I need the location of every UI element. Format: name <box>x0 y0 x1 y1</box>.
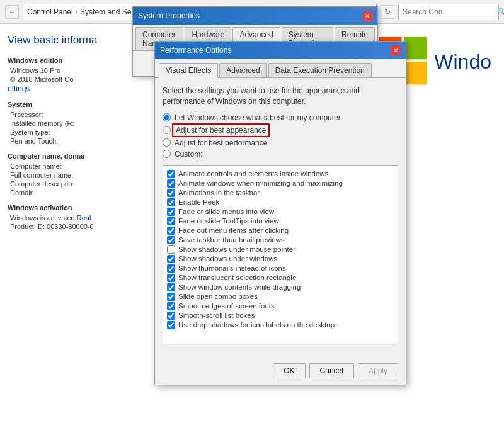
search-input[interactable] <box>403 8 497 16</box>
sidebar: View basic informa Windows edition Windo… <box>0 24 126 423</box>
radio-let-windows[interactable]: Let Windows choose what's best for my co… <box>163 113 398 122</box>
system-section-label: System <box>8 101 118 108</box>
checkbox-input-1[interactable] <box>167 179 175 188</box>
checkbox-label-5: Fade or slide ToolTips into view <box>178 217 279 225</box>
checkbox-item: Fade or slide menus into view <box>167 207 394 217</box>
checkbox-label-0: Animate controls and elements inside win… <box>178 170 328 178</box>
dialog-buttons: OK Cancel Apply <box>155 359 406 385</box>
computer-desc-row: Computer descriptio: <box>8 180 118 188</box>
copyright: © 2018 Microsoft Co <box>8 76 118 83</box>
radio-let-windows-input[interactable] <box>163 113 171 121</box>
checkbox-item: Fade out menu items after clicking <box>167 226 394 235</box>
checkbox-input-9[interactable] <box>167 255 175 263</box>
settings-link[interactable]: ettings <box>8 84 118 93</box>
checkbox-label-7: Save taskbar thumbnail previews <box>178 236 285 244</box>
visual-effects-checkbox-list[interactable]: Animate controls and elements inside win… <box>163 165 398 344</box>
radio-best-performance[interactable]: Adjust for best performance <box>163 138 398 147</box>
perf-title-bar: Performance Options ✕ <box>155 42 406 59</box>
perf-tab-advanced[interactable]: Advanced <box>219 63 266 77</box>
checkbox-label-12: Show window contents while dragging <box>178 283 301 291</box>
checkbox-label-3: Enable Peek <box>178 198 219 206</box>
checkbox-input-16[interactable] <box>167 321 175 329</box>
checkbox-input-15[interactable] <box>167 312 175 320</box>
ok-button[interactable]: OK <box>273 363 305 378</box>
breadcrumb-sep1: › <box>76 8 77 15</box>
perf-title: Performance Options <box>160 46 231 55</box>
checkbox-label-14: Smooth edges of screen fonts <box>178 302 275 310</box>
checkbox-label-1: Animate windows when minimizing and maxi… <box>178 179 343 187</box>
memory-row: Installed memory (R: <box>8 120 118 127</box>
checkbox-input-4[interactable] <box>167 208 175 216</box>
checkbox-label-8: Show shadows under mouse pointer <box>178 245 295 253</box>
checkbox-item: Animate controls and elements inside win… <box>167 169 394 179</box>
os-name: Windows 10 Pro <box>8 67 118 74</box>
checkbox-input-8[interactable] <box>167 245 175 254</box>
windows-brand-text: Windo <box>434 50 491 74</box>
radio-let-windows-label: Let Windows choose what's best for my co… <box>175 113 341 122</box>
radio-best-appearance-label: Adjust for best appearance <box>172 123 270 137</box>
checkbox-input-7[interactable] <box>167 236 175 244</box>
radio-custom[interactable]: Custom: <box>163 150 398 159</box>
nav-buttons: ← <box>5 5 19 19</box>
checkbox-input-10[interactable] <box>167 264 175 273</box>
radio-best-appearance[interactable]: Adjust for best appearance <box>163 125 398 136</box>
checkbox-item: Show thumbnails instead of icons <box>167 264 394 273</box>
svg-rect-3 <box>404 62 427 84</box>
checkbox-item: Slide open combo boxes <box>167 292 394 302</box>
checkbox-label-10: Show thumbnails instead of icons <box>178 264 286 272</box>
computer-name-row: Computer name: <box>8 162 118 170</box>
perf-tabs: Visual Effects Advanced Data Execution P… <box>155 59 406 78</box>
radio-best-performance-label: Adjust for best performance <box>175 138 267 147</box>
checkbox-item: Smooth-scroll list boxes <box>167 311 394 320</box>
checkbox-item: Enable Peek <box>167 198 394 207</box>
checkbox-item: Fade or slide ToolTips into view <box>167 217 394 226</box>
checkbox-input-0[interactable] <box>167 170 175 178</box>
checkbox-label-13: Slide open combo boxes <box>178 293 258 300</box>
search-box: 🔍 <box>398 4 499 20</box>
cancel-button[interactable]: Cancel <box>309 363 354 378</box>
radio-best-performance-input[interactable] <box>163 138 171 147</box>
perf-close-button[interactable]: ✕ <box>391 45 401 55</box>
checkbox-input-6[interactable] <box>167 227 175 235</box>
checkbox-item: Save taskbar thumbnail previews <box>167 235 394 245</box>
checkbox-item: Animations in the taskbar <box>167 188 394 198</box>
windows-edition-label: Windows edition <box>8 57 118 64</box>
computer-name-label: Computer name, domai <box>8 152 118 160</box>
checkbox-label-11: Show translucent selection rectangle <box>178 274 296 281</box>
perf-tab-dep[interactable]: Data Execution Prevention <box>268 63 372 77</box>
pen-touch-row: Pen and Touch: <box>8 137 118 145</box>
checkbox-input-2[interactable] <box>167 189 175 197</box>
checkbox-input-12[interactable] <box>167 283 175 291</box>
sysprops-title: System Properties <box>138 11 200 20</box>
radio-custom-input[interactable] <box>163 150 171 158</box>
radio-best-appearance-input[interactable] <box>163 126 171 134</box>
svg-rect-1 <box>404 37 427 59</box>
checkbox-label-15: Smooth-scroll list boxes <box>178 312 255 319</box>
visual-effects-radio-group: Let Windows choose what's best for my co… <box>163 113 398 159</box>
page-title: View basic informa <box>8 34 118 47</box>
checkbox-item: Smooth edges of screen fonts <box>167 302 394 311</box>
domain-row: Domain: <box>8 189 118 196</box>
checkbox-input-3[interactable] <box>167 198 175 206</box>
system-type-row: System type: <box>8 128 118 136</box>
activation-status: Windows is activated Real <box>8 214 118 222</box>
processor-row: Processor: <box>8 111 118 118</box>
breadcrumb-part1: Control Panel <box>27 8 73 16</box>
sysprops-title-bar: System Properties ✕ <box>133 7 377 25</box>
product-id: Product ID: 00330-80000-0 <box>8 223 118 230</box>
back-button[interactable]: ← <box>5 5 19 19</box>
windows-activation-label: Windows activation <box>8 204 118 212</box>
apply-button[interactable]: Apply <box>358 363 398 378</box>
radio-custom-label: Custom: <box>175 150 203 159</box>
sysprops-close-button[interactable]: ✕ <box>362 11 372 21</box>
checkbox-item: Use drop shadows for icon labels on the … <box>167 320 394 330</box>
checkbox-item: Show translucent selection rectangle <box>167 273 394 283</box>
refresh-button[interactable]: ↻ <box>381 5 394 19</box>
checkbox-item: Show window contents while dragging <box>167 283 394 292</box>
checkbox-input-14[interactable] <box>167 302 175 310</box>
checkbox-input-11[interactable] <box>167 274 175 282</box>
checkbox-input-5[interactable] <box>167 217 175 225</box>
perf-tab-visual-effects[interactable]: Visual Effects <box>159 63 218 78</box>
checkbox-item: Show shadows under windows <box>167 254 394 264</box>
checkbox-input-13[interactable] <box>167 293 175 301</box>
